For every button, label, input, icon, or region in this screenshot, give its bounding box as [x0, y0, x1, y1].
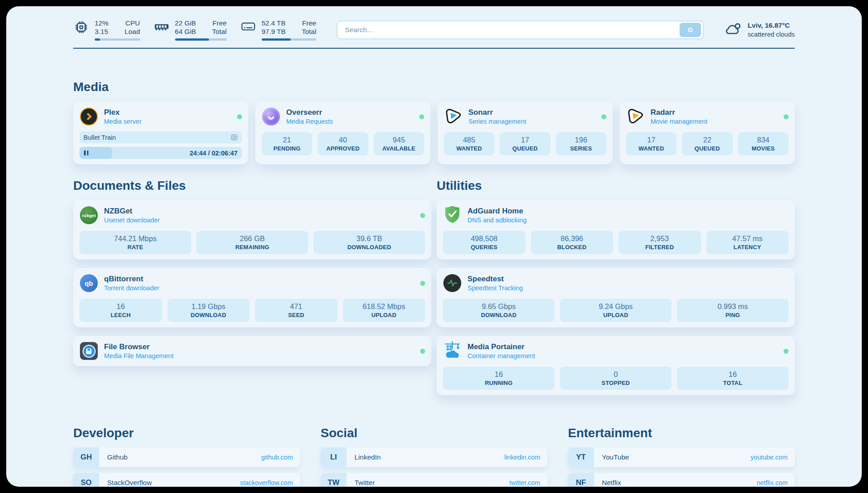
topbar-divider: [73, 48, 795, 49]
service-subtitle: Usenet downloader: [104, 216, 160, 224]
service-subtitle: DNS and adblocking: [467, 216, 526, 224]
memory-progress-bar: [175, 38, 227, 41]
bookmark-youtube[interactable]: YT YouTube youtube.com: [568, 447, 795, 467]
disk-free-label: Free: [302, 19, 317, 27]
service-title: NZBGet: [104, 206, 160, 216]
status-dot: [419, 114, 424, 119]
stat-box: 86,396BLOCKED: [531, 231, 613, 254]
bookmark-stackoverflow[interactable]: SO StackOverflow stackoverflow.com: [73, 473, 300, 487]
stat-box: 17WANTED: [626, 132, 676, 155]
now-playing-row: Bullet Train: [79, 131, 242, 143]
service-subtitle: Movie management: [651, 117, 707, 125]
service-title: File Browser: [104, 342, 174, 352]
disk-total-label: Total: [302, 27, 317, 36]
memory-total-label: Total: [212, 27, 227, 36]
disk-total-value: 97.9 TB: [262, 27, 286, 36]
stat-box: 17QUEUED: [500, 132, 550, 155]
bookmark-twitter[interactable]: TW Twitter twitter.com: [321, 473, 547, 487]
search-bar: G: [337, 21, 704, 39]
service-subtitle: Media server: [104, 117, 142, 125]
service-card-nzbget[interactable]: nzbget NZBGet Usenet downloader 744.21 M…: [73, 200, 431, 259]
bookmark-group-social: Social LI LinkedIn linkedin.com TW Twitt…: [321, 426, 547, 487]
session-settings-icon[interactable]: [230, 134, 238, 141]
section-heading-documents: Documents & Files: [73, 179, 431, 193]
service-card-portainer[interactable]: Media Portainer Container management 16R…: [437, 336, 795, 395]
weather-widget: Lviv, 16.87°C scattered clouds: [724, 21, 795, 39]
stat-box: 16RUNNING: [443, 367, 555, 390]
service-card-sonarr[interactable]: Sonarr Series management 485WANTED 17QUE…: [438, 101, 613, 164]
search-input[interactable]: [338, 26, 680, 34]
disk-free-value: 52.4 TB: [262, 19, 286, 27]
search-provider-button[interactable]: G: [680, 23, 701, 37]
bookmark-abbr: NF: [568, 473, 594, 487]
status-dot: [420, 349, 425, 354]
qbittorrent-icon: qb: [80, 274, 98, 292]
service-card-adguard[interactable]: AdGuard Home DNS and adblocking 498,508Q…: [437, 200, 795, 259]
bookmark-url: twitter.com: [509, 479, 540, 486]
bookmark-github[interactable]: GH Github github.com: [73, 447, 300, 467]
service-card-overseerr[interactable]: Overseerr Media Requests 21PENDING 40APP…: [255, 101, 430, 164]
playback-time: 24:44 / 02:06:47: [190, 150, 238, 157]
bookmark-netflix[interactable]: NF Netflix netflix.com: [568, 473, 795, 487]
bookmark-name: StackOverflow: [107, 479, 152, 487]
status-dot: [420, 213, 425, 218]
weather-location: Lviv, 16.87°C: [747, 21, 795, 30]
dashboard-page: 12% 3.15 CPU Load: [6, 6, 862, 487]
bookmark-group-entertainment: Entertainment YT YouTube youtube.com NF …: [568, 426, 795, 487]
status-dot: [420, 281, 425, 286]
service-subtitle: Media File Management: [104, 352, 174, 360]
bookmark-name: YouTube: [602, 453, 629, 461]
media-cards-row: Plex Media server Bullet Train: [73, 101, 795, 164]
service-title: Overseerr: [286, 108, 333, 117]
portainer-icon: [443, 341, 462, 361]
service-card-plex[interactable]: Plex Media server Bullet Train: [73, 101, 248, 164]
adguard-icon: [444, 205, 461, 226]
stat-box: 266 GBREMAINING: [196, 231, 308, 254]
service-card-speedtest[interactable]: Speedtest Speedtest Tracking 9.65 GbpsDO…: [437, 268, 795, 327]
sonarr-icon: [444, 106, 463, 127]
status-dot: [237, 114, 242, 119]
bookmark-linkedin[interactable]: LI LinkedIn linkedin.com: [321, 447, 547, 467]
service-card-radarr[interactable]: Radarr Movie management 17WANTED 22QUEUE…: [620, 101, 795, 164]
stat-box: 16TOTAL: [677, 367, 789, 390]
disk-widget: 52.4 TB 97.9 TB Free Total: [240, 19, 317, 41]
bookmark-abbr: SO: [73, 473, 99, 487]
stat-box: 22QUEUED: [682, 132, 732, 155]
section-heading-developer: Developer: [73, 426, 300, 440]
service-subtitle: Speedtest Tracking: [467, 284, 523, 292]
stat-box: 945AVAILABLE: [374, 132, 424, 155]
bookmark-abbr: TW: [321, 473, 346, 487]
cloud-moon-icon: [724, 22, 742, 38]
cpu-label: CPU: [125, 19, 140, 27]
bookmark-name: Twitter: [355, 479, 375, 487]
stat-box: 9.65 GbpsDOWNLOAD: [443, 299, 555, 322]
stat-box: 834MOVIES: [738, 132, 789, 155]
bookmark-abbr: LI: [321, 447, 346, 467]
stat-box: 618.52 MbpsUPLOAD: [343, 299, 426, 322]
stat-box: 0STOPPED: [560, 367, 672, 390]
stat-box: 16LEECH: [79, 299, 162, 322]
cpu-icon: [73, 19, 89, 41]
top-bar: 12% 3.15 CPU Load: [73, 19, 795, 41]
bookmark-url: linkedin.com: [504, 454, 540, 461]
service-card-qbittorrent[interactable]: qb qBittorrent Torrent downloader 16LEEC…: [73, 268, 431, 327]
weather-condition: scattered clouds: [747, 30, 795, 39]
status-dot: [784, 114, 789, 119]
stat-box: 0.993 msPING: [677, 299, 789, 322]
utilities-column: Utilities AdGuard: [437, 164, 795, 404]
memory-free-value: 22 GiB: [175, 19, 196, 27]
stat-box: 744.21 MbpsRATE: [79, 231, 191, 254]
stat-box: 485WANTED: [444, 132, 494, 155]
memory-icon: [154, 19, 170, 41]
service-subtitle: Container management: [467, 352, 535, 360]
section-heading-media: Media: [73, 80, 795, 94]
bookmark-abbr: GH: [73, 447, 99, 467]
service-title: qBittorrent: [104, 274, 159, 284]
section-heading-social: Social: [321, 426, 547, 440]
stat-box: 40APPROVED: [317, 132, 368, 155]
stat-box: 21PENDING: [262, 132, 312, 155]
stat-box: 2,953FILTERED: [618, 231, 701, 254]
documents-column: Documents & Files nzbget NZBGet Usenet d…: [73, 164, 431, 375]
service-card-filebrowser[interactable]: File Browser Media File Management: [73, 336, 431, 366]
section-heading-utilities: Utilities: [437, 179, 795, 193]
